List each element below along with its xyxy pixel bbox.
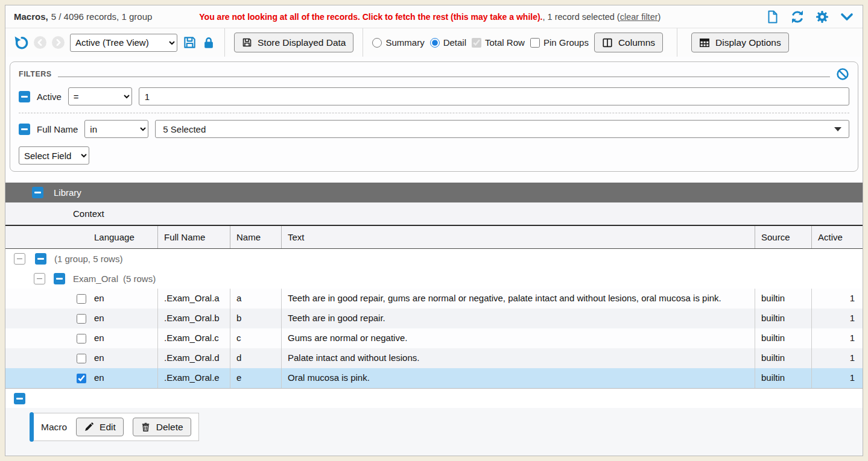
sub-group-count: (5 rows)	[123, 274, 156, 284]
table-row[interactable]: en .Exam_Oral.c c Gums are normal or neg…	[5, 328, 863, 348]
toolbar-separator	[363, 28, 363, 57]
delete-button-label: Delete	[156, 422, 183, 433]
table-row[interactable]: en .Exam_Oral.a a Teeth are in good repa…	[5, 289, 863, 309]
save-icon[interactable]	[183, 36, 197, 49]
table-row-selected[interactable]: en .Exam_Oral.e e Oral mucosa is pink. b…	[5, 368, 863, 388]
group-minus-icon[interactable]	[35, 253, 46, 265]
new-file-icon[interactable]	[765, 10, 780, 24]
toolbar: Active (Tree View) Store Displayed Data	[5, 28, 863, 57]
cell-active: 1	[811, 328, 863, 348]
row-checkbox[interactable]	[77, 354, 86, 363]
multi-select-value: 5 Selected	[163, 124, 206, 134]
columns-icon	[602, 37, 613, 48]
data-rows: en .Exam_Oral.a a Teeth are in good repa…	[5, 289, 863, 389]
cell-language: en	[94, 312, 104, 324]
cell-language: en	[94, 292, 104, 304]
clear-filter-link[interactable]: clear filter	[620, 12, 658, 22]
delete-button[interactable]: Delete	[133, 418, 191, 436]
summary-radio[interactable]: Summary	[372, 37, 424, 48]
table-row[interactable]: en .Exam_Oral.d d Palate intact and with…	[5, 348, 863, 368]
save-small-icon	[242, 37, 252, 48]
cell-full-name: .Exam_Oral.d	[157, 348, 230, 368]
detail-radio[interactable]: Detail	[430, 37, 466, 48]
detail-radio-input[interactable]	[430, 38, 440, 48]
refresh-icon[interactable]	[790, 10, 805, 24]
filters-rule	[58, 77, 830, 77]
row-checkbox[interactable]	[77, 374, 86, 383]
trash-icon	[141, 422, 151, 432]
filter-row-active: Active =	[19, 87, 849, 105]
pin-groups-checkbox-input[interactable]	[530, 38, 540, 48]
toolbar-separator	[677, 28, 677, 57]
cell-text: Gums are normal or negative.	[281, 328, 755, 348]
summary-radio-input[interactable]	[372, 38, 382, 48]
remove-filter-icon[interactable]	[19, 124, 30, 135]
columns-button[interactable]: Columns	[594, 33, 663, 52]
column-header-row: Language Full Name Name Text Source Acti…	[5, 225, 863, 249]
cell-source: builtin	[755, 368, 811, 388]
undo-icon[interactable]	[13, 35, 28, 50]
gear-icon[interactable]	[815, 10, 829, 24]
tree-group-exam-oral: Exam_Oral (5 rows)	[5, 269, 863, 289]
pin-groups-checkbox[interactable]: Pin Groups	[530, 37, 589, 48]
cell-text: Teeth are in good repair.	[281, 309, 755, 328]
multi-select-dropdown[interactable]: 5 Selected	[155, 120, 849, 138]
prev-icon	[34, 36, 46, 49]
remove-filter-icon[interactable]	[19, 91, 30, 102]
cell-full-name: .Exam_Oral.a	[157, 289, 230, 309]
cell-source: builtin	[755, 289, 811, 309]
cell-active: 1	[811, 368, 863, 388]
row-checkbox[interactable]	[77, 294, 86, 304]
filter-operator-select[interactable]: =	[68, 87, 132, 105]
filter-operator-select[interactable]: in	[84, 120, 148, 138]
select-field-dropdown[interactable]: Select Field	[19, 146, 89, 165]
column-header-source: Source	[755, 226, 811, 248]
row-checkbox[interactable]	[77, 314, 86, 324]
panel-accent-bar	[30, 412, 34, 442]
library-group-label: Library	[54, 187, 81, 198]
cell-active: 1	[811, 289, 863, 309]
view-select[interactable]: Active (Tree View)	[70, 34, 177, 52]
cell-name: d	[230, 348, 281, 368]
footer-strip: Macro Edit	[5, 408, 863, 456]
display-options-button[interactable]: Display Options	[691, 33, 789, 52]
collapse-panel-icon[interactable]	[14, 393, 25, 404]
cell-text: Palate intact and without lesions.	[281, 348, 755, 368]
cell-active: 1	[811, 309, 863, 328]
column-header-active: Active	[811, 226, 863, 248]
block-icon[interactable]	[836, 67, 849, 81]
collapse-group-icon[interactable]	[32, 187, 43, 198]
cell-full-name: .Exam_Oral.e	[157, 368, 230, 388]
cell-name: b	[230, 309, 281, 328]
header-actions	[765, 10, 854, 24]
edit-button-label: Edit	[100, 422, 116, 433]
collapse-expander-icon[interactable]	[14, 253, 25, 265]
table-grid-icon	[699, 37, 710, 48]
store-displayed-data-button[interactable]: Store Displayed Data	[234, 33, 353, 52]
filter-value-input[interactable]	[139, 87, 849, 105]
context-label: Context	[73, 209, 104, 219]
library-group-bar: Library	[5, 183, 863, 202]
macros-window: Macros, 5 / 4096 records, 1 group You ar…	[5, 5, 863, 456]
cell-name: e	[230, 368, 281, 388]
cell-full-name: .Exam_Oral.c	[157, 328, 230, 348]
table-row[interactable]: en .Exam_Oral.b b Teeth are in good repa…	[5, 309, 863, 328]
total-row-checkbox[interactable]: Total Row	[472, 37, 525, 48]
fetch-rest-warning[interactable]: You are not looking at all of the record…	[199, 12, 542, 22]
group-minus-icon[interactable]	[54, 273, 65, 284]
cell-source: builtin	[755, 309, 811, 328]
chevron-down-icon[interactable]	[840, 10, 854, 24]
macro-action-panel: Macro Edit	[31, 413, 199, 441]
edit-button[interactable]: Edit	[76, 418, 124, 436]
lock-icon[interactable]	[202, 36, 215, 49]
cell-name: c	[230, 328, 281, 348]
filters-title: FILTERS	[19, 70, 52, 78]
display-options-button-label: Display Options	[715, 37, 781, 48]
row-checkbox[interactable]	[77, 334, 86, 343]
sub-group-name: Exam_Oral	[73, 274, 118, 284]
filter-row-full-name: Full Name in 5 Selected	[19, 120, 849, 138]
toolbar-separator	[224, 28, 225, 57]
header-bar: Macros, 5 / 4096 records, 1 group You ar…	[5, 5, 863, 28]
cell-language: en	[94, 352, 104, 364]
collapse-expander-icon[interactable]	[34, 273, 45, 284]
